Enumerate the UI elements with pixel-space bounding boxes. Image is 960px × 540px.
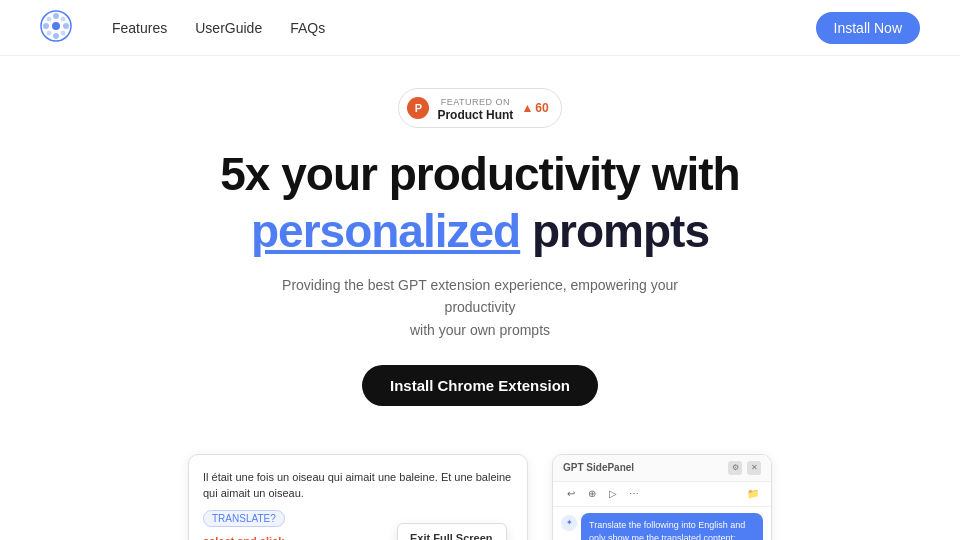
logo [40, 10, 72, 46]
sidepanel-title: GPT SidePanel [563, 462, 634, 473]
svg-point-9 [61, 30, 66, 35]
hero-section: P FEATURED ON Product Hunt ▲ 60 5x your … [0, 56, 960, 454]
svg-point-6 [47, 16, 52, 21]
sidepanel-body: ✦ Translate the following into English a… [553, 507, 771, 540]
svg-point-7 [61, 16, 66, 21]
svg-point-8 [47, 30, 52, 35]
context-menu: Exit Full Screen Back Forward Reload [397, 523, 507, 540]
nav-links: Features UserGuide FAQs [112, 20, 816, 36]
demo-card-right: GPT SidePanel ⚙ ✕ ↩ ⊕ ▷ ⋯ 📁 ✦ Translate … [552, 454, 772, 540]
svg-point-4 [43, 23, 49, 29]
nav-faqs[interactable]: FAQs [290, 20, 325, 36]
toolbar-icon-folder[interactable]: 📁 [745, 486, 761, 502]
ph-name: Product Hunt [437, 108, 513, 122]
translate-badge-1[interactable]: TRANSLATE? [203, 510, 285, 527]
product-hunt-icon: P [407, 97, 429, 119]
navbar: Features UserGuide FAQs Install Now [0, 0, 960, 56]
context-menu-exit[interactable]: Exit Full Screen [398, 528, 506, 540]
sidepanel-settings-icon[interactable]: ⚙ [728, 461, 742, 475]
bot-avatar: ✦ [561, 515, 577, 531]
hero-title-line1: 5x your productivity with [220, 148, 739, 201]
hero-title-line2: personalized prompts [251, 205, 709, 258]
sidepanel-close-icon[interactable]: ✕ [747, 461, 761, 475]
demo-text-1: Il était une fois un oiseau qui aimait u… [203, 469, 513, 502]
demo-card-left: Il était une fois un oiseau qui aimait u… [188, 454, 528, 540]
sidepanel-header: GPT SidePanel ⚙ ✕ [553, 455, 771, 482]
product-hunt-text: FEATURED ON Product Hunt [437, 94, 513, 122]
chat-bubble-user: Translate the following into English and… [581, 513, 763, 540]
toolbar-icon-3[interactable]: ▷ [605, 486, 621, 502]
nav-userguide[interactable]: UserGuide [195, 20, 262, 36]
toolbar-icon-1[interactable]: ↩ [563, 486, 579, 502]
svg-point-5 [63, 23, 69, 29]
toolbar-icon-4[interactable]: ⋯ [626, 486, 642, 502]
demo-section: Il était une fois un oiseau qui aimait u… [0, 454, 960, 540]
toolbar-icon-2[interactable]: ⊕ [584, 486, 600, 502]
hero-cta-button[interactable]: Install Chrome Extension [362, 365, 598, 406]
svg-point-3 [53, 33, 59, 39]
ph-featured-label: FEATURED ON [441, 97, 510, 107]
hero-subtitle: Providing the best GPT extension experie… [270, 274, 690, 341]
sidepanel-toolbar: ↩ ⊕ ▷ ⋯ 📁 [553, 482, 771, 507]
nav-features[interactable]: Features [112, 20, 167, 36]
svg-point-2 [53, 13, 59, 19]
install-now-button[interactable]: Install Now [816, 12, 920, 44]
svg-point-1 [52, 22, 60, 30]
hero-accent-word: personalized [251, 205, 520, 257]
hero-title-end: prompts [532, 205, 709, 257]
ph-number: ▲ 60 [521, 101, 548, 115]
product-hunt-badge[interactable]: P FEATURED ON Product Hunt ▲ 60 [398, 88, 561, 128]
sidepanel-icon-group: ⚙ ✕ [728, 461, 761, 475]
